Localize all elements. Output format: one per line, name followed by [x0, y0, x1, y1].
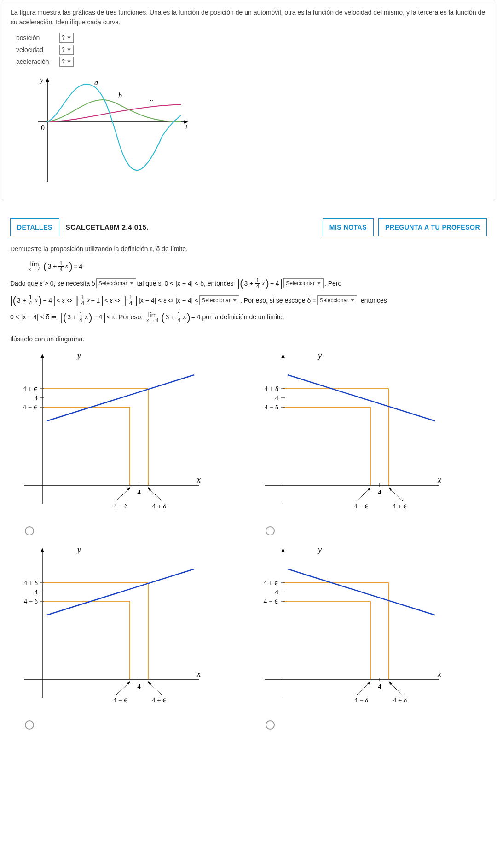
svg-text:4: 4 — [35, 588, 38, 596]
svg-line-37 — [288, 375, 435, 421]
select-delta-value[interactable]: Seleccionar — [317, 295, 357, 305]
svg-text:x: x — [196, 475, 201, 484]
label-posicion: posición — [16, 34, 54, 41]
svg-marker-74 — [148, 681, 151, 685]
q1-graph: y t 0 a b c — [29, 71, 486, 192]
diagram-radio-2[interactable] — [266, 526, 275, 535]
svg-text:x: x — [437, 475, 441, 484]
svg-text:x: x — [196, 669, 201, 678]
svg-text:4: 4 — [378, 683, 381, 690]
axis-y-label: y — [39, 76, 44, 84]
select-posicion[interactable]: ? — [59, 33, 74, 43]
question-2-header: DETALLES SCALCETLA8M 2.4.015. MIS NOTAS … — [10, 218, 487, 236]
svg-text:4 − ϵ: 4 − ϵ — [23, 403, 38, 411]
row-posicion: posición ? — [16, 33, 486, 43]
svg-text:4 + δ: 4 + δ — [23, 579, 38, 586]
svg-text:4 + ϵ: 4 + ϵ — [393, 502, 407, 510]
diagram-option-2: y x 4 + δ 4 4 − δ 4 4 − ϵ 4 + ϵ — [251, 347, 487, 537]
ask-professor-button[interactable]: PREGUNTA A TU PROFESOR — [378, 218, 487, 236]
svg-marker-30 — [281, 354, 285, 358]
problem-reference: SCALCETLA8M 2.4.015. — [59, 218, 155, 236]
diagram-grid: y x 4 + ϵ 4 4 − ϵ 4 4 − δ 4 + δ y x — [10, 347, 487, 731]
curve-b-label: b — [118, 92, 122, 99]
diagram-radio-1[interactable] — [25, 526, 34, 535]
svg-text:4 − ϵ: 4 − ϵ — [264, 598, 278, 605]
select-delta-condition[interactable]: Seleccionar — [96, 278, 136, 288]
svg-text:y: y — [76, 351, 81, 360]
diagram-radio-4[interactable] — [266, 720, 275, 730]
svg-text:4: 4 — [137, 683, 141, 690]
svg-marker-71 — [127, 681, 130, 685]
svg-text:4 + δ: 4 + δ — [393, 696, 407, 704]
question-1-prompt: La figura muestra las gráficas de tres f… — [11, 8, 486, 27]
svg-text:4: 4 — [275, 394, 279, 402]
svg-text:x: x — [437, 669, 441, 678]
svg-text:4 + δ: 4 + δ — [152, 502, 167, 510]
question-2-card: DETALLES SCALCETLA8M 2.4.015. MIS NOTAS … — [2, 211, 495, 738]
curve-c-label: c — [150, 97, 153, 105]
q2-intro: Demuestre la proposición utilizando la d… — [10, 244, 487, 254]
svg-marker-23 — [127, 487, 130, 491]
diagram-option-4: y x 4 + ϵ 4 4 − ϵ 4 4 − δ 4 + δ — [251, 541, 487, 731]
axis-x-label: t — [185, 123, 188, 131]
label-velocidad: velocidad — [16, 46, 54, 53]
svg-marker-95 — [367, 681, 370, 685]
svg-text:4: 4 — [378, 489, 381, 496]
q2-line3: 0 < |x − 4| < δ ⇒ |(3 + 14x ) − 4| < ε. … — [10, 310, 487, 324]
illustrate-label: Ilústrelo con un diagrama. — [10, 335, 487, 343]
svg-marker-47 — [367, 487, 370, 491]
svg-text:4 − δ: 4 − δ — [354, 696, 369, 704]
diagram-option-1: y x 4 + ϵ 4 4 − ϵ 4 4 − δ 4 + δ — [10, 347, 246, 537]
svg-text:4 + ϵ: 4 + ϵ — [152, 696, 167, 704]
svg-text:4 − δ: 4 − δ — [264, 403, 278, 411]
diagram-radio-3[interactable] — [25, 720, 34, 730]
select-bound[interactable]: Seleccionar — [199, 295, 239, 305]
svg-line-85 — [288, 569, 435, 615]
origin-label: 0 — [41, 124, 45, 132]
svg-text:4: 4 — [35, 394, 38, 402]
svg-text:y: y — [317, 545, 322, 554]
svg-text:4 − ϵ: 4 − ϵ — [113, 696, 128, 704]
q2-limit-claim: lím x → 4 (3 + 14x ) = 4 — [29, 259, 487, 274]
svg-text:y: y — [76, 545, 81, 554]
svg-text:4 + δ: 4 + δ — [264, 385, 278, 392]
svg-text:4 − ϵ: 4 − ϵ — [354, 502, 369, 510]
svg-text:y: y — [317, 351, 322, 360]
svg-marker-78 — [281, 548, 285, 552]
curve-a-label: a — [94, 79, 98, 86]
svg-marker-6 — [40, 354, 44, 358]
diagram-option-3: y x 4 + δ 4 4 − δ 4 4 − ϵ 4 + ϵ — [10, 541, 246, 731]
svg-marker-54 — [40, 548, 44, 552]
svg-text:4 + ϵ: 4 + ϵ — [23, 385, 38, 392]
svg-text:4 − δ: 4 − δ — [23, 598, 38, 605]
label-aceleracion: aceleración — [16, 58, 54, 65]
row-velocidad: velocidad ? — [16, 45, 486, 55]
svg-marker-98 — [389, 681, 392, 685]
svg-marker-26 — [148, 487, 151, 491]
select-velocidad[interactable]: ? — [59, 45, 74, 55]
svg-text:4 − δ: 4 − δ — [114, 502, 128, 510]
row-aceleracion: aceleración ? — [16, 57, 486, 67]
my-notes-button[interactable]: MIS NOTAS — [323, 218, 374, 236]
q2-line1: Dado que ε > 0, se necesita δ Selecciona… — [10, 276, 487, 291]
svg-line-61 — [47, 569, 194, 615]
select-epsilon-condition[interactable]: Seleccionar — [283, 278, 324, 288]
question-1-card: La figura muestra las gráficas de tres f… — [2, 0, 495, 200]
svg-marker-50 — [389, 487, 392, 491]
svg-text:4: 4 — [137, 489, 141, 496]
svg-text:4 + ϵ: 4 + ϵ — [264, 579, 278, 586]
svg-text:4: 4 — [275, 588, 279, 596]
details-button[interactable]: DETALLES — [10, 218, 59, 236]
q2-line2: |(3 + 14x ) − 4| < ε ⇔ | 14x − 1 | < ε ⇔… — [10, 293, 487, 308]
select-aceleracion[interactable]: ? — [59, 57, 74, 67]
svg-line-13 — [47, 375, 194, 421]
svg-marker-2 — [46, 78, 49, 82]
